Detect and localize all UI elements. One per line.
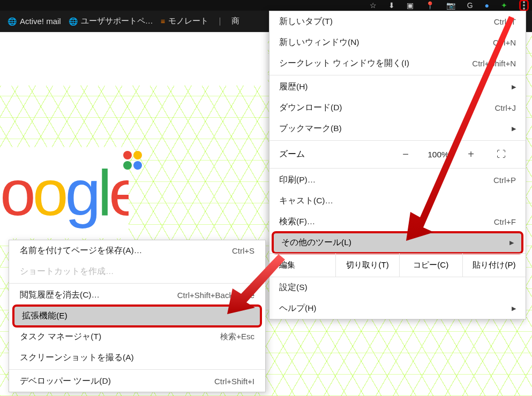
zoom-out-button[interactable]: − bbox=[391, 148, 421, 161]
menu-separator bbox=[269, 168, 526, 169]
menu-settings[interactable]: 設定(S) bbox=[269, 277, 526, 298]
edit-label: 編集 bbox=[269, 254, 335, 277]
menu-print[interactable]: 印刷(P)…Ctrl+P bbox=[269, 170, 526, 191]
menu-label: ダウンロード(D) bbox=[279, 102, 342, 113]
menu-incognito[interactable]: シークレット ウィンドウを開く(I)Ctrl+Shift+N bbox=[269, 53, 526, 74]
menu-bookmarks[interactable]: ブックマーク(B)▶ bbox=[269, 118, 526, 139]
menu-separator bbox=[269, 75, 526, 75]
bookmark-label: Active! mail bbox=[20, 17, 61, 26]
zoom-label: ズーム bbox=[279, 149, 391, 160]
edit-copy[interactable]: コピー(C) bbox=[399, 254, 462, 277]
bg-whiteblock bbox=[0, 32, 268, 86]
google-apps-icon bbox=[123, 151, 142, 170]
menu-label: 設定(S) bbox=[279, 282, 308, 293]
google-logo-text: oogle bbox=[0, 156, 129, 230]
menu-shortcut: Ctrl+Shift+N bbox=[472, 59, 516, 68]
edit-paste[interactable]: 貼り付け(P) bbox=[462, 254, 526, 277]
camera-icon[interactable]: 📷 bbox=[446, 1, 455, 10]
menu-label: スクリーンショットを撮る(A) bbox=[20, 352, 134, 363]
submenu-clear-history[interactable]: 閲覧履歴を消去(C)…Ctrl+Shift+Backspace bbox=[9, 285, 265, 306]
submenu-save-page[interactable]: 名前を付けてページを保存(A)…Ctrl+S bbox=[9, 240, 265, 261]
menu-downloads[interactable]: ダウンロード(D)Ctrl+J bbox=[269, 97, 526, 118]
menu-label: ショートカットを作成… bbox=[20, 266, 114, 277]
chevron-right-icon: ▶ bbox=[512, 83, 516, 90]
menu-label: ヘルプ(H) bbox=[279, 303, 317, 314]
menu-label: 履歴(H) bbox=[279, 81, 308, 93]
menu-shortcut: Ctrl+S bbox=[232, 246, 254, 255]
menu-shortcut: Ctrl+P bbox=[493, 176, 516, 185]
bookmark-monorate[interactable]: ≡モノレート bbox=[161, 16, 208, 26]
globe-icon: 🌐 bbox=[69, 17, 78, 26]
menu-label: 印刷(P)… bbox=[279, 174, 316, 186]
menu-shortcut: Ctrl+Shift+Backspace bbox=[177, 291, 254, 300]
edit-cut[interactable]: 切り取り(T) bbox=[335, 254, 399, 277]
menu-label: キャスト(C)… bbox=[279, 195, 333, 207]
more-tools-submenu: 名前を付けてページを保存(A)…Ctrl+S ショートカットを作成… 閲覧履歴を… bbox=[9, 240, 266, 392]
submenu-task-manager[interactable]: タスク マネージャ(T)検索+Esc bbox=[9, 326, 265, 347]
bookmark-shou[interactable]: 商 bbox=[231, 16, 239, 26]
submenu-devtools[interactable]: デベロッパー ツール(D)Ctrl+Shift+I bbox=[9, 371, 265, 392]
menu-shortcut: Ctrl+J bbox=[494, 103, 516, 112]
menu-find[interactable]: 検索(F)…Ctrl+F bbox=[269, 211, 526, 232]
menu-separator bbox=[269, 140, 526, 141]
zoom-value: 100% bbox=[421, 150, 456, 159]
menu-separator bbox=[9, 283, 265, 284]
kebab-icon bbox=[523, 1, 525, 10]
menu-shortcut: Ctrl+T bbox=[494, 17, 516, 26]
menu-label: 新しいタブ(T) bbox=[279, 16, 333, 27]
menu-label: 閲覧履歴を消去(C)… bbox=[20, 290, 100, 301]
menu-more-tools[interactable]: その他のツール(L)▶ bbox=[272, 231, 523, 254]
star-icon[interactable]: ☆ bbox=[370, 1, 377, 10]
bookmark-separator: ｜ bbox=[216, 16, 224, 26]
chrome-menu-button[interactable] bbox=[519, 0, 529, 11]
bookmark-label: モノレート bbox=[168, 16, 208, 26]
fullscreen-icon[interactable]: ⛶ bbox=[486, 149, 516, 160]
menu-zoom: ズーム − 100% + ⛶ bbox=[269, 142, 526, 167]
pin-icon[interactable]: 📍 bbox=[425, 1, 434, 10]
menu-shortcut: Ctrl+N bbox=[493, 38, 516, 47]
menu-edit-row: 編集 切り取り(T) コピー(C) 貼り付け(P) bbox=[269, 253, 526, 277]
google-logo-area: oogle bbox=[0, 147, 129, 238]
menu-label: 新しいウィンドウ(N) bbox=[279, 37, 359, 48]
menu-label: デベロッパー ツール(D) bbox=[20, 376, 111, 387]
download-icon[interactable]: ⬇ bbox=[388, 1, 395, 10]
globe-icon: 🌐 bbox=[8, 17, 17, 26]
submenu-extensions[interactable]: 拡張機能(E) bbox=[12, 304, 262, 328]
chevron-right-icon: ▶ bbox=[509, 239, 514, 246]
submenu-screenshot[interactable]: スクリーンショットを撮る(A) bbox=[9, 347, 265, 368]
monorate-icon: ≡ bbox=[161, 17, 165, 26]
menu-new-window[interactable]: 新しいウィンドウ(N)Ctrl+N bbox=[269, 32, 526, 53]
menu-help[interactable]: ヘルプ(H)▶ bbox=[269, 298, 526, 319]
bookmark-label: ユーザサポートペ… bbox=[81, 16, 153, 26]
google-ext-icon[interactable]: G bbox=[467, 1, 473, 10]
browser-toolbar: ☆ ⬇ ▣ 📍 📷 G ● ✦ bbox=[0, 0, 532, 11]
submenu-create-shortcut: ショートカットを作成… bbox=[9, 261, 265, 282]
menu-history[interactable]: 履歴(H)▶ bbox=[269, 77, 526, 97]
menu-shortcut: Ctrl+Shift+I bbox=[214, 377, 254, 386]
menu-label: 拡張機能(E) bbox=[22, 310, 68, 322]
chevron-right-icon: ▶ bbox=[512, 305, 516, 312]
zoom-in-button[interactable]: + bbox=[456, 148, 486, 161]
menu-label: シークレット ウィンドウを開く(I) bbox=[279, 58, 409, 69]
office-icon[interactable]: ▣ bbox=[407, 1, 414, 10]
menu-new-tab[interactable]: 新しいタブ(T)Ctrl+T bbox=[269, 11, 526, 32]
menu-shortcut: 検索+Esc bbox=[220, 332, 254, 342]
bookmark-active-mail[interactable]: 🌐Active! mail bbox=[8, 17, 61, 26]
menu-shortcut: Ctrl+F bbox=[494, 217, 516, 226]
menu-label: タスク マネージャ(T) bbox=[20, 331, 101, 342]
blue-dot-icon[interactable]: ● bbox=[485, 1, 489, 10]
extensions-puzzle-icon[interactable]: ✦ bbox=[501, 1, 507, 10]
menu-cast[interactable]: キャスト(C)… bbox=[269, 191, 526, 211]
bookmark-user-support[interactable]: 🌐ユーザサポートペ… bbox=[69, 16, 153, 26]
chevron-right-icon: ▶ bbox=[512, 125, 516, 132]
menu-label: その他のツール(L) bbox=[281, 237, 351, 248]
menu-separator bbox=[9, 369, 265, 370]
bookmark-label: 商 bbox=[231, 16, 239, 26]
menu-label: ブックマーク(B) bbox=[279, 123, 342, 134]
menu-label: 検索(F)… bbox=[279, 216, 315, 227]
menu-label: 名前を付けてページを保存(A)… bbox=[20, 245, 142, 256]
chrome-main-menu: 新しいタブ(T)Ctrl+T 新しいウィンドウ(N)Ctrl+N シークレット … bbox=[269, 11, 526, 319]
